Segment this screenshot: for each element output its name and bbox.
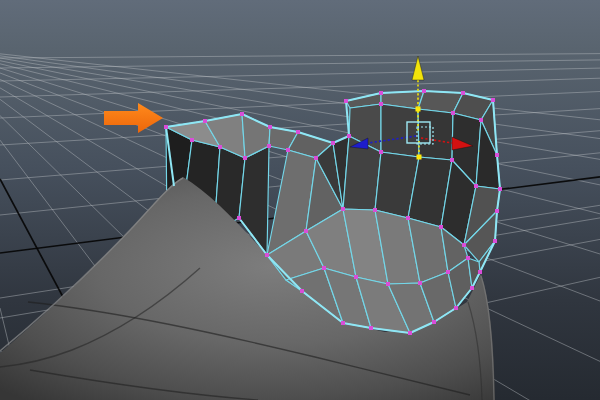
mesh-vertex[interactable]: [203, 119, 207, 123]
mesh-vertex[interactable]: [493, 239, 497, 243]
mesh-vertex[interactable]: [495, 153, 499, 157]
mesh-vertex[interactable]: [450, 158, 454, 162]
mesh-vertex[interactable]: [498, 187, 502, 191]
mesh-vertex[interactable]: [461, 91, 465, 95]
mesh-vertex[interactable]: [341, 321, 345, 325]
mesh-vertex[interactable]: [331, 141, 335, 145]
mesh-vertex[interactable]: [240, 112, 244, 116]
mesh-vertex[interactable]: [495, 209, 499, 213]
mesh-face[interactable]: [418, 109, 453, 160]
mesh-vertex[interactable]: [466, 256, 470, 260]
mesh-vertex[interactable]: [432, 320, 436, 324]
mesh-vertex[interactable]: [379, 150, 383, 154]
mesh-vertex[interactable]: [164, 125, 168, 129]
mesh-vertex[interactable]: [408, 331, 412, 335]
mesh-vertex[interactable]: [406, 216, 410, 220]
mesh-vertex[interactable]: [322, 266, 326, 270]
mesh-vertex[interactable]: [474, 184, 478, 188]
mesh-vertex[interactable]: [243, 156, 247, 160]
mesh-vertex[interactable]: [265, 253, 269, 257]
mesh-vertex[interactable]: [491, 98, 495, 102]
mesh-vertex[interactable]: [373, 208, 377, 212]
mesh-vertex[interactable]: [418, 281, 422, 285]
mesh-vertex[interactable]: [344, 99, 348, 103]
mesh-vertex[interactable]: [304, 229, 308, 233]
mesh-vertex[interactable]: [379, 91, 383, 95]
mesh-vertex[interactable]: [470, 286, 474, 290]
viewport-canvas[interactable]: [0, 0, 600, 400]
mesh-vertex[interactable]: [237, 216, 241, 220]
mesh-vertex[interactable]: [451, 111, 455, 115]
mesh-vertex[interactable]: [354, 275, 358, 279]
mesh-vertex[interactable]: [439, 225, 443, 229]
mesh-vertex[interactable]: [296, 130, 300, 134]
mesh-vertex[interactable]: [300, 289, 304, 293]
mesh-vertex[interactable]: [347, 134, 351, 138]
mesh-vertex[interactable]: [286, 148, 290, 152]
mesh-vertex[interactable]: [267, 144, 271, 148]
mesh-vertex[interactable]: [218, 145, 222, 149]
selected-vertex[interactable]: [417, 155, 422, 160]
mesh-vertex[interactable]: [341, 207, 345, 211]
mesh-vertex[interactable]: [422, 89, 426, 93]
mesh-face[interactable]: [381, 104, 419, 157]
mesh-vertex[interactable]: [478, 270, 482, 274]
mesh-vertex[interactable]: [479, 118, 483, 122]
mesh-vertex[interactable]: [190, 138, 194, 142]
mesh-vertex[interactable]: [379, 102, 383, 106]
mesh-vertex[interactable]: [446, 270, 450, 274]
mesh-vertex[interactable]: [386, 282, 390, 286]
mesh-vertex[interactable]: [454, 306, 458, 310]
mesh-vertex[interactable]: [268, 125, 272, 129]
mesh-vertex[interactable]: [369, 326, 373, 330]
mesh-vertex[interactable]: [462, 243, 466, 247]
mesh-vertex[interactable]: [314, 156, 318, 160]
viewport-3d[interactable]: [0, 0, 600, 400]
